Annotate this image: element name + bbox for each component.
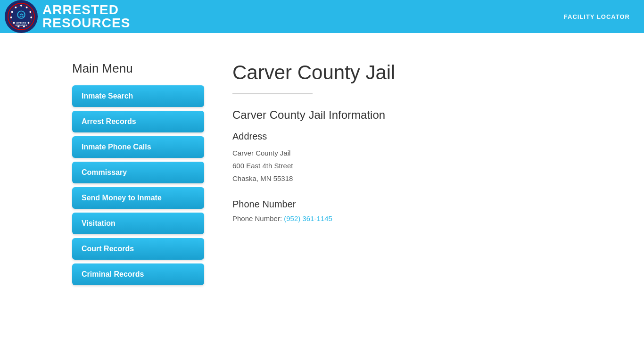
facility-locator-link[interactable]: FACILITY LOCATOR bbox=[564, 13, 630, 20]
arrest-records-button[interactable]: Arrest Records bbox=[72, 111, 204, 132]
logo-area: ⚖ ARRESTED RESOURCES ARRESTED RESOURCES bbox=[0, 0, 130, 33]
address-line3: Chaska, MN 55318 bbox=[232, 172, 572, 185]
inmate-search-button[interactable]: Inmate Search bbox=[72, 85, 204, 107]
phone-number-link[interactable]: (952) 361-1145 bbox=[284, 214, 332, 222]
svg-point-10 bbox=[10, 16, 12, 18]
inmate-phone-calls-button[interactable]: Inmate Phone Calls bbox=[72, 136, 204, 158]
svg-point-11 bbox=[11, 11, 13, 13]
phone-section: Phone Number: (952) 361-1145 bbox=[232, 214, 572, 222]
sidebar: Main Menu Inmate SearchArrest RecordsInm… bbox=[72, 61, 204, 289]
header: ⚖ ARRESTED RESOURCES ARRESTED RESOURCES … bbox=[0, 0, 644, 33]
svg-point-3 bbox=[26, 7, 28, 8]
svg-point-2 bbox=[20, 5, 22, 7]
svg-point-6 bbox=[28, 22, 30, 24]
page-title: Carver County Jail bbox=[232, 61, 572, 84]
content-area: Carver County Jail Carver County Jail In… bbox=[232, 61, 572, 289]
court-records-button[interactable]: Court Records bbox=[72, 238, 204, 260]
info-subtitle: Carver County Jail Information bbox=[232, 108, 572, 122]
address-line1: Carver County Jail bbox=[232, 147, 572, 159]
phone-heading: Phone Number bbox=[232, 199, 572, 210]
svg-text:RESOURCES: RESOURCES bbox=[16, 25, 27, 26]
criminal-records-button[interactable]: Criminal Records bbox=[72, 263, 204, 285]
send-money-button[interactable]: Send Money to Inmate bbox=[72, 187, 204, 209]
svg-point-4 bbox=[29, 11, 31, 13]
main-container: Main Menu Inmate SearchArrest RecordsInm… bbox=[63, 33, 581, 308]
svg-point-5 bbox=[30, 16, 32, 18]
svg-point-9 bbox=[13, 22, 15, 24]
address-line2: 600 East 4th Street bbox=[232, 159, 572, 172]
commissary-button[interactable]: Commissary bbox=[72, 162, 204, 183]
logo-text: ARRESTED RESOURCES bbox=[42, 3, 130, 30]
logo-title: ARRESTED bbox=[42, 3, 130, 16]
sidebar-title: Main Menu bbox=[72, 61, 204, 76]
title-divider bbox=[232, 93, 313, 94]
logo-subtitle: RESOURCES bbox=[42, 16, 130, 30]
visitation-button[interactable]: Visitation bbox=[72, 213, 204, 234]
sidebar-menu: Inmate SearchArrest RecordsInmate Phone … bbox=[72, 85, 204, 285]
svg-point-12 bbox=[15, 7, 17, 8]
svg-text:ARRESTED: ARRESTED bbox=[16, 22, 26, 24]
address-heading: Address bbox=[232, 131, 572, 142]
logo-badge: ⚖ ARRESTED RESOURCES bbox=[5, 0, 38, 33]
svg-text:⚖: ⚖ bbox=[19, 13, 24, 18]
phone-label: Phone Number: bbox=[232, 214, 284, 222]
address-block: Carver County Jail 600 East 4th Street C… bbox=[232, 147, 572, 185]
